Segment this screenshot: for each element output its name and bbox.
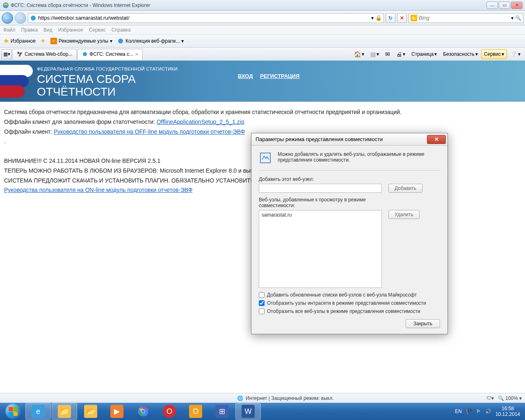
status-bar: 🌐 Интернет | Защищенный режим: выкл. 🛡▾ … xyxy=(0,393,525,403)
chk-intranet[interactable] xyxy=(259,300,265,306)
print-button[interactable]: 🖨▾ xyxy=(393,49,408,59)
dialog-close-button[interactable]: ✕ xyxy=(427,135,446,144)
taskbar-opera[interactable]: O xyxy=(157,403,182,420)
taskbar-player[interactable]: ▶ xyxy=(104,403,130,420)
intro-text: Система сбора отчетности предназначена д… xyxy=(4,107,521,117)
compatibility-dialog: Параметры режима представления совместим… xyxy=(251,133,448,334)
taskbar-app[interactable]: ⊞ xyxy=(209,403,235,420)
dialog-close-btn[interactable]: Закрыть xyxy=(406,319,440,328)
stop-button[interactable]: ✕ xyxy=(397,13,407,23)
window-title: ФСГС: Система сбора отчётности - Windows… xyxy=(11,2,486,8)
favorites-button[interactable]: ★ Избранное xyxy=(3,37,36,45)
close-tab-icon[interactable]: ✕ xyxy=(135,52,138,57)
menu-tools[interactable]: Сервис xyxy=(89,27,106,33)
tab-1[interactable]: 🦅 Система Web-сбор... xyxy=(12,49,77,59)
svg-point-3 xyxy=(83,52,87,56)
taskbar-ie[interactable]: e xyxy=(25,403,51,420)
web-slices[interactable]: Коллекция веб-фрагм... ▾ xyxy=(117,38,184,44)
add-button[interactable]: Добавить xyxy=(388,184,422,193)
svg-point-8 xyxy=(142,410,145,413)
delete-button[interactable]: Удалить xyxy=(388,210,420,219)
chk-ms-list[interactable] xyxy=(259,292,265,298)
taskbar-word[interactable]: W xyxy=(235,403,261,420)
tray-flag-icon[interactable]: 🏴 xyxy=(466,409,472,414)
help-button[interactable]: ❔▾ xyxy=(507,49,523,59)
tray-lang[interactable]: EN xyxy=(455,409,462,414)
taskbar-explorer[interactable]: 📁 xyxy=(52,403,77,420)
refresh-button[interactable]: ↻ xyxy=(386,13,395,23)
forward-button[interactable]: → xyxy=(15,12,26,24)
add-site-input[interactable] xyxy=(259,184,382,193)
check-icon: ✓ xyxy=(50,38,57,44)
web-slices-label: Коллекция веб-фрагм... xyxy=(126,38,180,44)
ie-tab-icon xyxy=(82,51,88,57)
back-button[interactable]: ← xyxy=(2,12,13,24)
taskbar: e 📁 📂 ▶ O O ⊞ W EN 🏴 🏳 🔊 16:5810.12.2014 xyxy=(0,403,525,420)
favorites-bar: ★ Избранное ★ ✓ Рекомендуемые узлы ▾ Кол… xyxy=(0,34,525,48)
tab-2-label: ФСГС: Система с... xyxy=(89,51,133,57)
zoom-control[interactable]: 🔍 100% ▾ xyxy=(498,395,522,401)
search-input[interactable] xyxy=(419,15,509,21)
chk-all-sites[interactable] xyxy=(259,308,265,314)
minimize-button[interactable]: — xyxy=(486,2,498,9)
lock-icon[interactable]: 🔒 xyxy=(375,15,382,21)
star-add-icon: ★ xyxy=(41,38,46,44)
url-input[interactable] xyxy=(38,15,370,21)
security-menu-label: Безопасность xyxy=(443,51,475,57)
home-button[interactable]: 🏠▾ xyxy=(351,49,367,59)
menu-favorites[interactable]: Избранное xyxy=(58,27,83,33)
taskbar-chrome[interactable] xyxy=(130,403,156,420)
svg-point-1 xyxy=(31,16,36,21)
list-label: Веб-узлы, добавленные к просмотру в режи… xyxy=(259,197,382,208)
menu-edit[interactable]: Правка xyxy=(21,27,38,33)
start-button[interactable] xyxy=(2,403,25,420)
svg-point-2 xyxy=(118,39,123,43)
rss-icon: ▤ xyxy=(370,51,376,57)
dialog-title: Параметры режима представления совместим… xyxy=(256,136,383,142)
tray-clock[interactable]: 16:5810.12.2014 xyxy=(495,406,520,418)
menu-help[interactable]: Справка xyxy=(112,27,131,33)
taskbar-outlook[interactable]: O xyxy=(183,403,208,420)
search-dropdown-icon[interactable]: ▾ xyxy=(511,15,514,21)
quick-tabs-button[interactable]: ▦▾ xyxy=(2,49,11,59)
list-item[interactable]: samarastat.ru xyxy=(262,212,379,218)
maximize-button[interactable]: ▭ xyxy=(499,2,510,9)
add-favorite-button[interactable]: ★ xyxy=(41,38,46,44)
close-button[interactable]: ✕ xyxy=(511,2,523,9)
sites-list[interactable]: samarastat.ru xyxy=(259,210,382,288)
dropdown-icon[interactable]: ▾ xyxy=(371,15,374,21)
globe-icon: 🌐 xyxy=(237,395,243,401)
tools-menu[interactable]: Сервис▾ xyxy=(481,49,507,59)
chk-ms-list-label: Добавить обновленные списки веб-узлов с … xyxy=(267,292,417,298)
page-menu[interactable]: Страница▾ xyxy=(409,49,440,59)
address-bar: ← → ▾ 🔒 ↻ ✕ b ▾ 🔍 xyxy=(0,11,525,25)
tab-favicon: 🦅 xyxy=(17,51,23,57)
tray-action-icon[interactable]: 🏳 xyxy=(476,409,481,414)
protected-mode-icon[interactable]: 🛡▾ xyxy=(486,395,494,401)
security-menu[interactable]: Безопасность▾ xyxy=(440,49,481,59)
mail-button[interactable]: ✉ xyxy=(382,49,393,59)
menu-file[interactable]: Файл xyxy=(3,27,16,33)
banner-links: ВХОД РЕГИСТРАЦИЯ xyxy=(238,73,305,79)
tab-2[interactable]: ФСГС: Система с... ✕ xyxy=(78,49,143,59)
menu-view[interactable]: Вид xyxy=(43,27,52,33)
dialog-titlebar: Параметры режима представления совместим… xyxy=(251,133,447,146)
bing-icon: b xyxy=(411,15,417,21)
url-field-wrap: ▾ 🔒 xyxy=(28,13,384,23)
tray-volume-icon[interactable]: 🔊 xyxy=(485,409,491,414)
chevron-down-icon: ▾ xyxy=(110,38,112,44)
recommended-label: Рекомендуемые узлы xyxy=(59,38,108,44)
recommended-sites[interactable]: ✓ Рекомендуемые узлы ▾ xyxy=(50,38,112,44)
register-link[interactable]: РЕГИСТРАЦИЯ xyxy=(260,73,299,79)
page-menu-label: Страница xyxy=(411,51,434,57)
feeds-button[interactable]: ▤▾ xyxy=(368,49,382,59)
online-guide-link[interactable]: Руководства пользователя на ON-line моду… xyxy=(4,187,192,193)
login-link[interactable]: ВХОД xyxy=(238,73,253,79)
banner-subtitle: ФЕДЕРАЛЬНАЯ СЛУЖБА ГОСУДАРСТВЕННОЙ СТАТИ… xyxy=(37,66,525,71)
favorites-label: Избранное xyxy=(11,38,36,44)
search-icon[interactable]: 🔍 xyxy=(515,15,521,21)
tools-menu-label: Сервис xyxy=(484,51,501,57)
offline-guide-link[interactable]: Руководство пользователя на OFF-line мод… xyxy=(54,128,245,135)
offline-setup-link[interactable]: OfflineApplicationSetup_2_5_1.zip xyxy=(157,119,244,125)
taskbar-folder[interactable]: 📂 xyxy=(78,403,103,420)
